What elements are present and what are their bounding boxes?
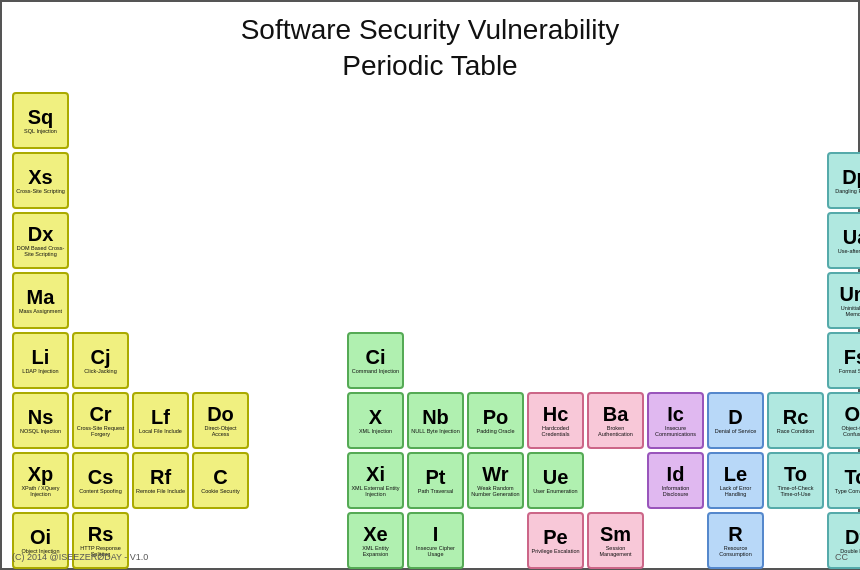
element-symbol: Um [839,284,860,304]
element-symbol: Rf [150,467,171,487]
element-symbol: Hc [543,404,569,424]
element-nb: NbNULL Byte Injection [407,392,464,449]
element-symbol: Ci [366,347,386,367]
element-name: XML Injection [358,428,393,434]
element-ua: UaUse-after Free [827,212,860,269]
element-to: ToTime-of-Check Time-of-Use [767,452,824,509]
element-name: SQL Injection [23,128,58,134]
element-li: LiLDAP Injection [12,332,69,389]
periodic-grid: SqSQL InjectionXsCross-Site ScriptingDxD… [12,92,848,538]
element-symbol: Xp [28,464,54,484]
element-name: Uninitialized Memory [829,305,860,317]
element-x: XXML Injection [347,392,404,449]
element-le: LeLack of Error Handling [707,452,764,509]
element-name: Use-after Free [837,248,860,254]
element-symbol: Cj [91,347,111,367]
element-symbol: Oi [30,527,51,547]
element-symbol: Df [845,527,860,547]
element-symbol: Rs [88,524,114,544]
element-symbol: Nb [422,407,449,427]
element-name: Cookie Security [200,488,241,494]
element-symbol: Lf [151,407,170,427]
element-hc: HcHardcoded Credentials [527,392,584,449]
element-name: Broken Authentication [589,425,642,437]
element-name: Resource Consumption [709,545,762,557]
element-name: Cross-Site Request Forgery [74,425,127,437]
element-symbol: Pt [426,467,446,487]
element-cs: CsContent Spoofing [72,452,129,509]
element-symbol: C [213,467,227,487]
element-name: Padding Oracle [476,428,516,434]
element-ma: MaMass Assignment [12,272,69,329]
element-d: DDenial of Service [707,392,764,449]
footer-left: (C) 2014 @ISEEZERØDAY - V1.0 [12,552,148,562]
element-name: Format String [838,368,860,374]
element-ic: IcInsecure Communications [647,392,704,449]
element-xs: XsCross-Site Scripting [12,152,69,209]
element-lf: LfLocal File Include [132,392,189,449]
element-symbol: Do [207,404,234,424]
element-name: XPath / XQuery Injection [14,485,67,497]
element-symbol: Dp [842,167,860,187]
element-ue: UeUser Enumeration [527,452,584,509]
element-name: NULL Byte Injection [410,428,460,434]
element-ot: OtObject-type Confusion [827,392,860,449]
element-name: Type Conversion [834,488,860,494]
page-title: Software Security Vulnerability Periodic… [2,2,858,85]
element-name: Insecure Cipher Usage [409,545,462,557]
element-symbol: Cr [89,404,111,424]
element-name: XML External Entity Injection [349,485,402,497]
element-symbol: Cs [88,467,114,487]
element-name: Information Disclosure [649,485,702,497]
element-symbol: Wr [482,464,508,484]
element-pt: PtPath Traversal [407,452,464,509]
element-name: Local File Include [138,428,183,434]
element-symbol: Xi [366,464,385,484]
element-sq: SqSQL Injection [12,92,69,149]
element-id: IdInformation Disclosure [647,452,704,509]
element-name: LDAP Injection [21,368,59,374]
element-symbol: Ic [667,404,684,424]
element-name: Race Condition [776,428,816,434]
element-um: UmUninitialized Memory [827,272,860,329]
element-symbol: Ua [843,227,860,247]
element-name: Insecure Communications [649,425,702,437]
element-fs: FsFormat String [827,332,860,389]
element-name: Privilege Escalation [531,548,581,554]
element-symbol: Li [32,347,50,367]
element-po: PoPadding Oracle [467,392,524,449]
element-symbol: Xs [28,167,52,187]
element-rf: RfRemote File Include [132,452,189,509]
element-name: Command Injection [351,368,400,374]
element-symbol: I [433,524,439,544]
element-name: Click-Jacking [83,368,117,374]
footer-right: CC [835,552,848,562]
element-symbol: X [369,407,382,427]
element-name: Remote File Include [135,488,186,494]
element-name: Object-type Confusion [829,425,860,437]
element-symbol: Pe [543,527,567,547]
element-symbol: Ot [844,404,860,424]
element-cj: CjClick-Jacking [72,332,129,389]
element-xe: XeXML Entity Expansion [347,512,404,569]
element-name: Direct-Object Access [194,425,247,437]
element-xi: XiXML External Entity Injection [347,452,404,509]
element-name: Dangling Pointer [834,188,860,194]
element-symbol: To [784,464,807,484]
element-symbol: R [728,524,742,544]
element-symbol: D [728,407,742,427]
element-symbol: Rc [783,407,809,427]
element-name: Cross-Site Scripting [15,188,66,194]
element-r: RResource Consumption [707,512,764,569]
element-ci: CiCommand Injection [347,332,404,389]
element-name: Content Spoofing [78,488,123,494]
element-name: Mass Assignment [18,308,63,314]
element-symbol: Le [724,464,747,484]
element-cr: CrCross-Site Request Forgery [72,392,129,449]
element-name: Hardcoded Credentials [529,425,582,437]
element-name: Lack of Error Handling [709,485,762,497]
element-name: Path Traversal [417,488,454,494]
element-name: Session Management [589,545,642,557]
element-c: CCookie Security [192,452,249,509]
element-symbol: Ue [543,467,569,487]
